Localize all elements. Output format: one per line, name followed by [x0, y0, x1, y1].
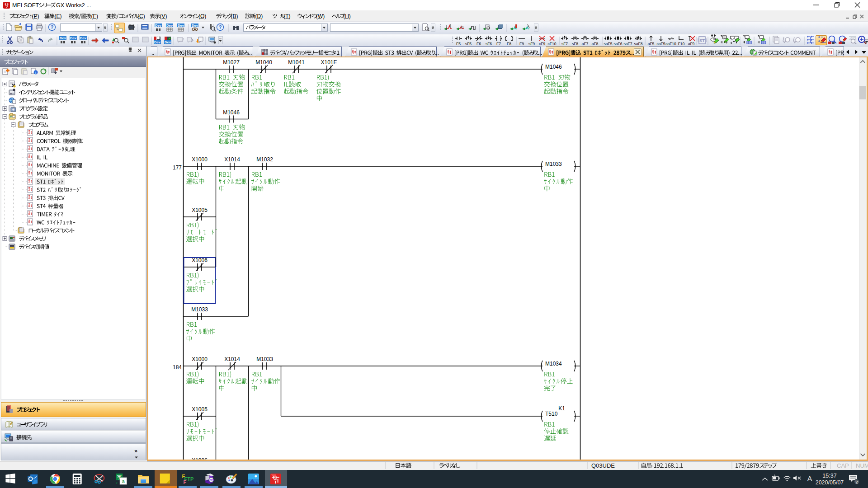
svg-text:M1027: M1027 [223, 59, 240, 66]
svg-text:NUM: NUM [856, 462, 868, 469]
svg-text:X1014: X1014 [224, 156, 240, 163]
svg-text:aF8: aF8 [592, 42, 599, 46]
svg-text:177: 177 [173, 164, 182, 171]
svg-text:saF8: saF8 [634, 42, 643, 46]
svg-text:Dev: Dev [165, 40, 171, 44]
svg-text:aF9: aF9 [688, 42, 695, 46]
svg-text:Dev: Dev [70, 36, 77, 40]
svg-text:X1000: X1000 [192, 356, 208, 362]
svg-text:(W): (W) [316, 13, 325, 19]
svg-text:sF8: sF8 [572, 42, 578, 46]
svg-text:Q03UDE: Q03UDE [591, 462, 615, 469]
svg-text:Dev: Dev [166, 23, 173, 28]
svg-text:F9: F9 [519, 42, 524, 46]
svg-text:F6: F6 [476, 42, 481, 46]
svg-text:(F): (F) [91, 13, 98, 19]
svg-text:Dev: Dev [192, 23, 198, 28]
svg-text:sF6: sF6 [486, 42, 492, 46]
svg-text:2: 2 [855, 480, 858, 484]
svg-text:ST: ST [699, 38, 705, 43]
svg-text:cF10: cF10 [548, 42, 557, 46]
svg-text:184: 184 [173, 364, 182, 371]
svg-text:(H): (H) [343, 13, 351, 19]
svg-text:aF7: aF7 [582, 42, 589, 46]
svg-text:(O): (O) [198, 13, 206, 19]
svg-text:X101E: X101E [321, 59, 337, 66]
svg-text:saF6: saF6 [614, 42, 623, 46]
svg-text:M1034: M1034 [545, 361, 562, 367]
svg-text:M1046: M1046 [545, 64, 562, 70]
svg-text:M1046: M1046 [223, 109, 240, 116]
svg-text:F7: F7 [496, 42, 501, 46]
svg-text:CAP: CAP [837, 462, 849, 469]
svg-text:Dev: Dev [154, 40, 161, 44]
svg-text:?: ? [51, 24, 54, 30]
svg-text:MELSOFT: MELSOFT [12, 2, 39, 9]
svg-text:X1006: X1006 [192, 457, 208, 464]
svg-text:M1032: M1032 [256, 156, 273, 163]
svg-text:(D): (D) [255, 13, 263, 19]
svg-text:(T): (T) [283, 13, 290, 19]
svg-text:saF5: saF5 [604, 42, 613, 46]
svg-text:M1041: M1041 [288, 59, 305, 66]
svg-text:»: » [134, 447, 137, 454]
svg-text:F5: F5 [456, 42, 461, 46]
svg-text:Dev: Dev [60, 36, 66, 40]
svg-text:sF9: sF9 [528, 42, 535, 46]
svg-text:X1000: X1000 [192, 156, 208, 163]
svg-text:M1033: M1033 [545, 161, 562, 167]
svg-text:M1033: M1033 [256, 356, 273, 362]
svg-text:?: ? [219, 24, 222, 30]
svg-text:saF7: saF7 [624, 42, 632, 46]
svg-text:Dev: Dev [80, 36, 87, 40]
svg-text:caF5: caF5 [657, 42, 665, 46]
svg-text:15:37: 15:37 [822, 473, 836, 479]
svg-text:Dev: Dev [178, 23, 184, 28]
svg-text:F10: F10 [678, 42, 685, 46]
svg-text:a: a [122, 479, 125, 484]
svg-text:GX Works2 ...: GX Works2 ... [56, 2, 91, 9]
svg-text:M1033: M1033 [191, 306, 208, 313]
svg-text:sF5: sF5 [465, 42, 472, 46]
svg-text:X1005: X1005 [192, 406, 208, 413]
svg-text:K1: K1 [558, 405, 565, 412]
svg-text:Dev: Dev [155, 23, 162, 28]
svg-text:caF10: caF10 [665, 42, 676, 46]
svg-text:T510: T510 [545, 411, 558, 417]
svg-text:F: F [184, 479, 187, 485]
svg-text:F8: F8 [507, 42, 511, 46]
svg-text:(V): (V) [160, 13, 167, 19]
svg-text:(E): (E) [55, 13, 62, 19]
svg-text:2020/05/07: 2020/05/07 [816, 479, 844, 486]
svg-text:X1014: X1014 [224, 356, 240, 362]
svg-text:R15: R15 [208, 479, 214, 482]
svg-text:X1006: X1006 [192, 257, 208, 263]
svg-text:M1040: M1040 [255, 59, 272, 66]
svg-text:A: A [807, 474, 812, 482]
svg-text:(P): (P) [32, 13, 39, 19]
svg-text:aF5: aF5 [648, 42, 655, 46]
svg-text:sF7: sF7 [561, 42, 568, 46]
svg-text:X1005: X1005 [192, 207, 208, 213]
svg-text:cF9: cF9 [539, 42, 545, 46]
